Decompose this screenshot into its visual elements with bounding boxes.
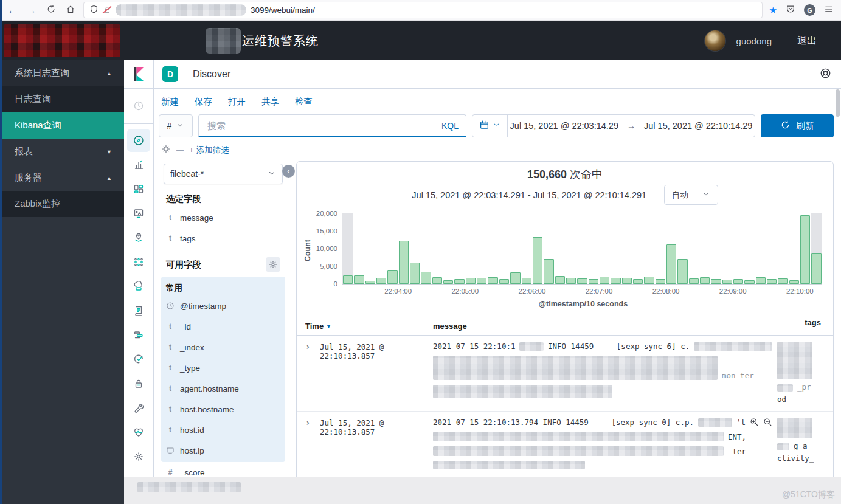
histogram-bucket[interactable]	[566, 213, 576, 284]
home-icon[interactable]	[64, 4, 77, 16]
histogram-bucket[interactable]	[599, 213, 610, 284]
histogram-bar[interactable]	[689, 278, 699, 284]
histogram-bar[interactable]	[533, 237, 542, 284]
histogram-bar[interactable]	[800, 215, 810, 284]
search-input[interactable]	[206, 120, 437, 131]
histogram-bucket[interactable]	[521, 213, 532, 284]
collapse-fields-button[interactable]: ‹	[282, 165, 295, 178]
histogram-bucket[interactable]	[465, 213, 476, 284]
histogram-bar[interactable]	[365, 281, 375, 284]
histogram-bar[interactable]	[410, 263, 420, 284]
forward-icon[interactable]: →	[26, 5, 38, 15]
histogram-bar[interactable]	[656, 279, 665, 284]
uptime-icon[interactable]	[127, 348, 150, 371]
date-picker[interactable]: Jul 15, 2021 @ 22:03:14.29 → Jul 15, 202…	[472, 114, 755, 137]
histogram-bucket[interactable]	[532, 213, 543, 284]
sidebar-item-Zabbix监控[interactable]: Zabbix监控	[0, 191, 124, 217]
zoom-in-icon[interactable]	[750, 418, 759, 427]
canvas-icon[interactable]	[127, 202, 150, 225]
histogram-bucket[interactable]	[666, 213, 677, 284]
histogram-bucket[interactable]	[555, 213, 566, 284]
histogram-bar[interactable]	[443, 280, 453, 284]
field-host.hostname[interactable]: thost.hostname	[161, 399, 285, 419]
histogram-bar[interactable]	[376, 278, 386, 284]
add-filter-link[interactable]: + 添加筛选	[189, 145, 229, 156]
histogram-bucket[interactable]	[777, 213, 788, 284]
histogram-bar[interactable]	[354, 275, 364, 284]
time-to[interactable]: Jul 15, 2021 @ 22:10:14.29	[644, 121, 752, 131]
kibana-logo[interactable]	[124, 60, 154, 88]
field-host.ip[interactable]: host.ip	[161, 440, 285, 461]
histogram-bar[interactable]	[477, 278, 486, 284]
sidebar-item-系统日志查询[interactable]: 系统日志查询▲	[0, 60, 124, 86]
siem-lock-icon[interactable]	[127, 372, 150, 395]
histogram-bar[interactable]	[488, 277, 497, 284]
histogram-bucket[interactable]	[432, 213, 443, 284]
field-settings-gear-icon[interactable]	[266, 257, 280, 272]
histogram-bar[interactable]	[544, 259, 553, 284]
histogram-bucket[interactable]	[733, 213, 744, 284]
menu-link-打开[interactable]: 打开	[228, 96, 246, 108]
column-header-message[interactable]: message	[433, 322, 825, 331]
menu-link-共享[interactable]: 共享	[261, 96, 279, 108]
user-avatar[interactable]	[705, 30, 725, 51]
histogram-bar[interactable]	[767, 279, 777, 284]
back-icon[interactable]: ←	[6, 5, 18, 15]
management-gear-icon[interactable]	[127, 445, 150, 468]
account-icon[interactable]: G	[804, 4, 815, 16]
histogram-bucket[interactable]	[621, 213, 632, 284]
histogram-bar[interactable]	[499, 279, 509, 284]
menu-link-检查[interactable]: 检查	[295, 96, 313, 108]
histogram-bucket[interactable]	[499, 213, 510, 284]
stack-monitoring-icon[interactable]	[127, 421, 150, 444]
histogram-bucket[interactable]	[376, 213, 387, 284]
zoom-out-icon[interactable]	[763, 418, 772, 427]
field-@timestamp[interactable]: @timestamp	[161, 295, 285, 316]
histogram-bucket[interactable]	[677, 213, 688, 284]
expand-row-icon[interactable]: ›	[305, 342, 320, 404]
histogram-bar[interactable]	[644, 277, 654, 284]
histogram-bucket[interactable]	[476, 213, 487, 284]
histogram-bar[interactable]	[577, 278, 587, 284]
field-host.id[interactable]: thost.id	[161, 419, 285, 440]
insecure-lock-icon[interactable]	[103, 5, 111, 15]
histogram-bucket[interactable]	[420, 213, 431, 284]
field-message[interactable]: tmessage	[161, 207, 285, 228]
histogram-bar[interactable]	[566, 278, 576, 284]
sidebar-item-报表[interactable]: 报表▼	[0, 139, 124, 165]
histogram-bar[interactable]	[589, 279, 598, 284]
histogram-bucket[interactable]	[632, 213, 643, 284]
field-_index[interactable]: t_index	[161, 337, 285, 357]
histogram-bar[interactable]	[555, 276, 565, 284]
histogram-bucket[interactable]	[510, 213, 521, 284]
histogram-bucket[interactable]	[811, 213, 822, 284]
histogram-bucket[interactable]	[365, 213, 376, 284]
histogram-bucket[interactable]	[487, 213, 498, 284]
recent-clock-icon[interactable]	[127, 94, 150, 117]
histogram-bucket[interactable]	[454, 213, 465, 284]
pocket-icon[interactable]	[784, 4, 797, 16]
histogram-bar[interactable]	[600, 277, 609, 284]
sidebar-item-日志查询[interactable]: 日志查询	[0, 86, 124, 112]
metrics-icon[interactable]	[127, 275, 150, 298]
histogram-bucket[interactable]	[766, 213, 777, 284]
histogram-bucket[interactable]	[409, 213, 420, 284]
dev-tools-wrench-icon[interactable]	[127, 396, 150, 419]
histogram-bar[interactable]	[700, 277, 710, 284]
histogram-bucket[interactable]	[398, 213, 409, 284]
histogram-bucket[interactable]	[655, 213, 666, 284]
maps-icon[interactable]	[127, 226, 150, 249]
menu-hamburger-icon[interactable]	[823, 4, 835, 16]
histogram-bar[interactable]	[633, 279, 643, 284]
saved-query-menu-button[interactable]: #	[159, 114, 193, 137]
histogram-bucket[interactable]	[744, 213, 755, 284]
calendar-button[interactable]	[472, 115, 508, 137]
histogram-bar[interactable]	[778, 278, 787, 284]
histogram-bar[interactable]	[811, 253, 821, 284]
menu-link-保存[interactable]: 保存	[195, 96, 212, 108]
tracking-shield-icon[interactable]	[89, 5, 99, 16]
histogram-bucket[interactable]	[342, 213, 353, 284]
histogram-bucket[interactable]	[353, 213, 364, 284]
histogram-bar[interactable]	[733, 279, 743, 284]
reload-icon[interactable]	[45, 4, 57, 16]
